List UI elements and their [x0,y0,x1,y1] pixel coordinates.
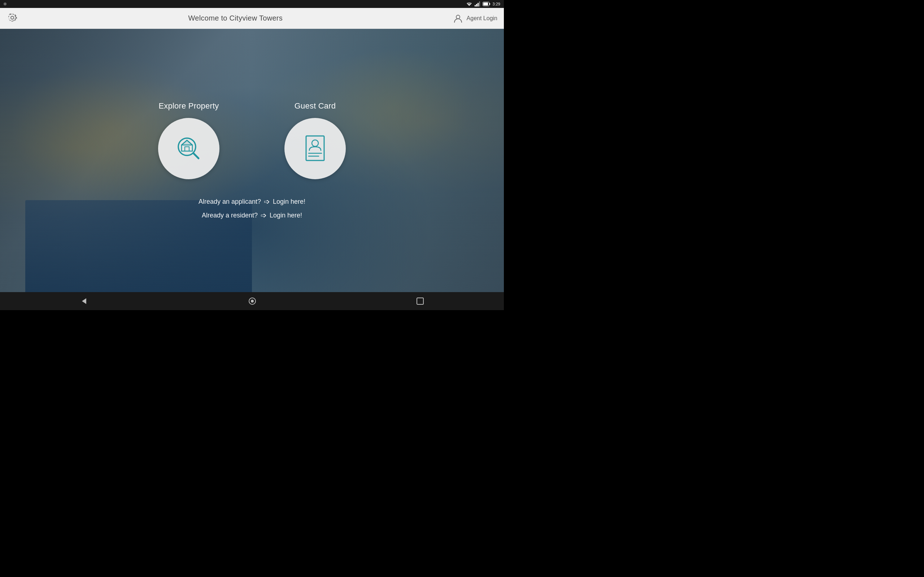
svg-line-12 [194,153,199,158]
guest-card-button[interactable] [284,118,346,179]
home-button[interactable] [248,297,257,305]
status-left [3,3,6,5]
resident-login-text: Already a resident? [202,212,258,219]
status-right: 3:29 [466,2,500,6]
wifi-icon [466,2,472,6]
resident-arrow-icon: ➩ [261,211,267,220]
svg-rect-3 [479,2,480,6]
bottom-bar [0,292,504,310]
svg-point-14 [312,140,318,147]
applicant-arrow-icon: ➩ [264,197,270,206]
applicant-login-action: Login here! [273,198,305,206]
svg-rect-20 [417,298,423,305]
time-display: 3:29 [493,2,500,6]
applicant-login-text: Already an applicant? [199,198,261,206]
guest-card-item: Guest Card [284,102,346,179]
explore-property-button[interactable] [158,118,220,179]
svg-rect-6 [483,3,488,5]
guest-card-icon [300,132,330,165]
explore-property-icon [173,132,205,165]
main-content: Explore Property Guest Card [0,29,504,292]
svg-point-19 [251,300,254,303]
agent-login-button[interactable]: Agent Login [453,13,498,23]
app-title: Welcome to Cityview Towers [188,14,283,23]
settings-button[interactable] [6,12,18,25]
battery-icon [483,2,491,6]
explore-property-card: Explore Property [158,102,220,179]
svg-marker-17 [82,298,86,304]
login-links: Already an applicant? ➩ Login here! Alre… [199,197,305,220]
svg-rect-5 [489,3,490,5]
svg-rect-1 [476,4,477,6]
agent-login-label: Agent Login [467,15,498,22]
explore-property-label: Explore Property [158,102,219,111]
svg-point-7 [456,15,460,19]
applicant-login-link[interactable]: Already an applicant? ➩ Login here! [199,197,305,206]
signal-icon [475,2,480,6]
status-bar: 3:29 [0,0,504,8]
svg-rect-0 [475,5,476,6]
top-bar: Welcome to Cityview Towers Agent Login [0,8,504,29]
status-indicator [3,3,6,5]
svg-rect-2 [478,3,478,6]
cards-row: Explore Property Guest Card [158,102,346,179]
recent-button[interactable] [416,297,424,305]
svg-rect-11 [185,147,189,151]
resident-login-link[interactable]: Already a resident? ➩ Login here! [202,211,302,220]
resident-login-action: Login here! [270,212,302,219]
svg-marker-10 [181,140,192,145]
guest-card-label: Guest Card [294,102,336,111]
back-button[interactable] [80,297,89,305]
